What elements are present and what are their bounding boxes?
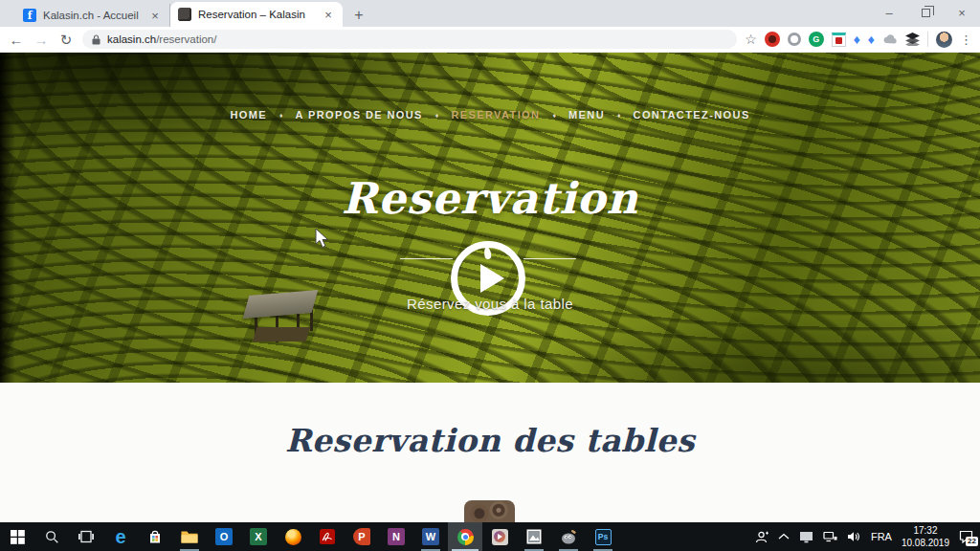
taskbar-outlook[interactable]: O: [207, 522, 241, 551]
word-icon: W: [422, 528, 439, 545]
lock-icon: [92, 34, 100, 45]
taskbar-chrome[interactable]: [448, 522, 482, 551]
taskbar-powerpoint[interactable]: P: [345, 522, 379, 551]
nav-item-reservation[interactable]: RESERVATION: [451, 109, 540, 121]
facebook-favicon: f: [23, 9, 36, 22]
taskbar-photoshop[interactable]: Ps: [586, 522, 620, 551]
cloud-extension-icon[interactable]: [882, 33, 898, 45]
url-text: kalasin.ch/reservation/: [107, 33, 216, 45]
taskbar-firefox[interactable]: [276, 522, 310, 551]
minimize-button[interactable]: –: [871, 6, 907, 20]
diamond-separator-icon: ♦: [279, 112, 283, 119]
taskbar-gimp[interactable]: [551, 522, 586, 551]
extension-icons: G ♦ ♦ ⋮: [765, 32, 972, 48]
onenote-icon: N: [388, 528, 405, 545]
outlook-icon: O: [215, 528, 233, 545]
back-button[interactable]: ←: [8, 33, 25, 47]
mouse-cursor: [315, 228, 330, 253]
url-path: /reservation/: [156, 33, 216, 45]
windows-taskbar: e O X P N W: [0, 522, 980, 551]
reservation-section: Reservation des tables: [0, 383, 980, 522]
system-tray: FRA 17:32 10.08.2019 22: [755, 522, 980, 551]
tray-time: 17:32: [902, 524, 949, 537]
main-navigation: HOME ♦ A PROPOS DE NOUS ♦ RESERVATION ♦ …: [0, 109, 980, 121]
taskbar-file-explorer[interactable]: [172, 522, 207, 551]
red-ring-extension-icon[interactable]: [765, 32, 780, 47]
forward-button[interactable]: →: [33, 33, 50, 47]
edge-icon: e: [115, 527, 125, 546]
firefox-icon: [285, 529, 301, 545]
kalasin-favicon: [178, 8, 191, 21]
taskbar-excel[interactable]: X: [241, 522, 276, 551]
people-icon[interactable]: [755, 531, 768, 543]
browser-toolbar: ← → ↻ kalasin.ch/reservation/ ☆ G ♦ ♦ ⋮: [0, 27, 980, 53]
taskbar-word[interactable]: W: [413, 522, 448, 551]
play-icon: [480, 264, 504, 293]
blue-diamond-extension-icon-2[interactable]: ♦: [868, 33, 875, 46]
nav-item-home[interactable]: HOME: [230, 109, 267, 121]
network-icon[interactable]: [823, 531, 837, 542]
movies-tv-icon: [492, 529, 508, 545]
language-indicator[interactable]: FRA: [871, 531, 892, 542]
close-button[interactable]: ×: [944, 6, 980, 20]
taskbar-store[interactable]: [138, 522, 172, 551]
taskbar-edge[interactable]: e: [103, 522, 138, 551]
reload-button[interactable]: ↻: [57, 33, 75, 47]
diamond-separator-icon: ♦: [552, 112, 556, 119]
excel-icon: X: [250, 528, 267, 545]
action-center-icon[interactable]: 22: [959, 530, 973, 543]
diamond-separator-icon: ♦: [617, 112, 621, 119]
taskbar-onenote[interactable]: N: [379, 522, 413, 551]
hero-tagline: Réservez vous à la table: [0, 296, 980, 312]
rice-field-hut: [239, 283, 323, 346]
new-tab-button[interactable]: +: [346, 4, 371, 27]
profile-avatar[interactable]: [936, 32, 952, 48]
nav-item-menu[interactable]: MENU: [568, 109, 605, 121]
gray-ring-extension-icon[interactable]: [788, 33, 801, 46]
tray-app-monitor-icon[interactable]: [799, 531, 813, 543]
acrobat-icon: [320, 529, 335, 544]
window-controls: – ×: [871, 0, 980, 25]
close-tab-icon[interactable]: ×: [148, 9, 162, 23]
blue-diamond-extension-icon[interactable]: ♦: [854, 33, 860, 46]
start-button[interactable]: [0, 522, 34, 551]
restore-button[interactable]: [907, 6, 944, 20]
chrome-menu-icon[interactable]: ⋮: [960, 33, 972, 47]
bookmark-star-icon[interactable]: ☆: [745, 32, 757, 47]
tab-title: Reservation – Kalasin: [198, 9, 315, 20]
page-viewport: HOME ♦ A PROPOS DE NOUS ♦ RESERVATION ♦ …: [0, 53, 980, 522]
browser-window: f Kalasin.ch - Accueil × Reservation – K…: [0, 0, 980, 551]
nav-item-contactez-nous[interactable]: CONTACTEZ-NOUS: [634, 109, 750, 121]
task-view-button[interactable]: [69, 522, 103, 551]
tray-chevron-up-icon[interactable]: [778, 533, 790, 540]
hero-divider-right: [523, 258, 576, 259]
gimp-icon: [561, 530, 577, 544]
green-circle-extension-icon[interactable]: G: [809, 32, 824, 47]
task-view-icon: [78, 530, 94, 543]
tab-kalasin-accueil[interactable]: f Kalasin.ch - Accueil ×: [15, 4, 170, 27]
taskbar-search-button[interactable]: [34, 522, 69, 551]
capture-extension-icon[interactable]: [832, 33, 846, 47]
tab-strip: f Kalasin.ch - Accueil × Reservation – K…: [0, 0, 980, 27]
layers-extension-icon[interactable]: [905, 33, 920, 46]
photos-icon: [526, 529, 542, 544]
section-heading: Reservation des tables: [0, 383, 980, 459]
tray-date: 10.08.2019: [902, 537, 949, 549]
powerpoint-icon: P: [353, 528, 370, 545]
notification-badge: 22: [966, 537, 978, 546]
taskbar-movies-tv[interactable]: [482, 522, 517, 551]
hero-divider-left: [400, 258, 453, 259]
hero-banner: HOME ♦ A PROPOS DE NOUS ♦ RESERVATION ♦ …: [0, 53, 980, 383]
diamond-separator-icon: ♦: [435, 112, 439, 119]
close-tab-icon[interactable]: ×: [322, 8, 335, 22]
clock[interactable]: 17:32 10.08.2019: [902, 524, 949, 549]
windows-logo-icon: [11, 530, 25, 544]
nav-item-a-propos[interactable]: A PROPOS DE NOUS: [296, 109, 423, 121]
address-bar[interactable]: kalasin.ch/reservation/: [82, 30, 737, 49]
taskbar-photos[interactable]: [517, 522, 551, 551]
volume-icon[interactable]: [847, 531, 861, 542]
url-domain: kalasin.ch: [107, 33, 156, 45]
tab-reservation-kalasin[interactable]: Reservation – Kalasin ×: [170, 2, 343, 27]
microsoft-store-icon: [148, 529, 162, 544]
taskbar-acrobat[interactable]: [310, 522, 345, 551]
